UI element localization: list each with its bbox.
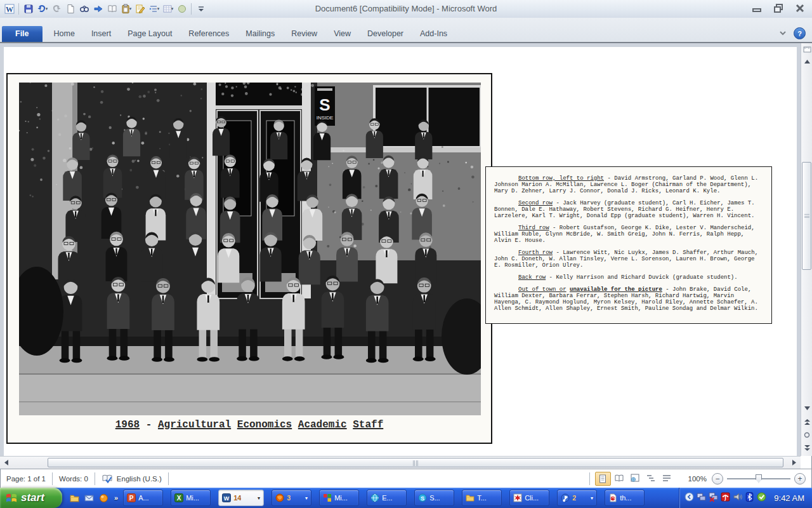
select-browse-object-button[interactable]: [802, 429, 812, 440]
taskbar-button-internet[interactable]: E...: [367, 490, 407, 506]
bluetooth-icon[interactable]: [745, 492, 754, 504]
next-page-button[interactable]: [802, 442, 812, 453]
taskbar-button-clipart[interactable]: Cli...: [509, 490, 549, 506]
photo-caption: 1968 - Agricultural Economics Academic S…: [8, 419, 491, 431]
tab-add-ins[interactable]: Add-Ins: [412, 26, 455, 42]
document-area: S INSIDE 1968 - Agricultural Economics A…: [0, 43, 801, 456]
taskbar-button-media[interactable]: Mi...: [319, 490, 359, 506]
taskbar-button-firefox[interactable]: 3▾: [272, 490, 311, 506]
sign-word: INSIDE: [317, 115, 334, 121]
view-button-web-layout[interactable]: [628, 472, 643, 485]
quick-launch-overflow-chevron[interactable]: »: [114, 494, 118, 502]
svg-text:X: X: [177, 495, 181, 502]
horizontal-scrollbar[interactable]: [0, 456, 801, 469]
clock: 9:42 AM: [774, 493, 804, 503]
svg-text:P: P: [129, 495, 134, 502]
window-title: Document6 [Compatibility Mode] - Microso…: [0, 4, 812, 13]
tab-file[interactable]: File: [2, 26, 43, 42]
update-ok-icon[interactable]: [757, 492, 766, 504]
tab-page-layout[interactable]: Page Layout: [119, 26, 180, 42]
zoom-slider-thumb[interactable]: [756, 474, 762, 483]
taskbar-button-powerpoint[interactable]: PA...: [123, 490, 163, 506]
mail-launch-icon[interactable]: [83, 492, 95, 504]
previous-page-button[interactable]: [802, 417, 812, 427]
group-photo[interactable]: S INSIDE 1968 - Agricultural Economics A…: [6, 73, 492, 444]
row-label: Bottom row, left to right: [518, 175, 604, 182]
name-list-paragraph: Out of town or unavailable for the pictu…: [494, 286, 763, 312]
start-label: start: [21, 491, 44, 504]
svg-text:S: S: [421, 495, 424, 502]
tab-mailings[interactable]: Mailings: [237, 26, 283, 42]
photo-scene: S INSIDE: [19, 83, 481, 415]
language-label: English (U.S.): [117, 475, 162, 483]
spellcheck-status[interactable]: English (U.S.): [95, 474, 168, 484]
svg-text:W: W: [224, 495, 230, 502]
name-list-textbox[interactable]: Bottom row, left to right - David Armstr…: [485, 166, 772, 324]
view-button-outline[interactable]: [644, 472, 658, 485]
taskbar-button-excel[interactable]: XMi...: [171, 490, 211, 506]
taskbar-button-music[interactable]: 2▾: [557, 490, 597, 506]
tab-references[interactable]: References: [180, 26, 237, 42]
row-label: unavailable for the picture: [570, 286, 662, 293]
tab-review[interactable]: Review: [283, 26, 325, 42]
page-indicator[interactable]: Page: 1 of 1: [0, 475, 52, 483]
quick-launch: [62, 492, 114, 504]
help-button[interactable]: ?: [794, 27, 806, 39]
name-list-paragraph: Fourth row - Lawrence Witt, Nic Luykx, J…: [494, 250, 763, 269]
row-label: Second row: [518, 200, 553, 206]
tab-home[interactable]: Home: [46, 26, 83, 42]
row-label: Third row: [518, 225, 549, 231]
ribbon-tab-row: FileHomeInsertPage LayoutReferencesMaili…: [0, 18, 812, 43]
vertical-scrollbar[interactable]: [801, 43, 812, 456]
spellcheck-icon: [102, 474, 113, 484]
scroll-right-arrow[interactable]: [789, 457, 800, 468]
row-label: Back row: [518, 274, 546, 281]
name-list-paragraph: Third row - Robert Gustafson, George K. …: [494, 225, 763, 244]
taskbar: start » PA...XMi...W14▾3▾Mi...E...SS...T…: [0, 488, 812, 508]
row-label: Fourth row: [518, 250, 553, 256]
row-label: Out of town or: [518, 286, 566, 293]
document-page[interactable]: S INSIDE 1968 - Agricultural Economics A…: [4, 47, 797, 456]
zoom-in-button[interactable]: +: [794, 473, 806, 485]
taskbar-button-pdf[interactable]: th...: [605, 490, 645, 506]
taskbar-button-word[interactable]: W14▾: [218, 490, 264, 506]
restore-button[interactable]: [770, 3, 787, 14]
zoom-slider[interactable]: [727, 474, 790, 484]
volume-icon[interactable]: [733, 492, 742, 504]
view-button-full-screen-reading[interactable]: [612, 472, 627, 485]
zoom-out-button[interactable]: −: [712, 473, 723, 485]
scroll-up-arrow[interactable]: [802, 56, 812, 67]
network-icon[interactable]: [697, 492, 706, 504]
minimize-ribbon-icon[interactable]: [778, 30, 787, 37]
tab-insert[interactable]: Insert: [83, 26, 119, 42]
start-button[interactable]: start: [0, 488, 62, 508]
sign-letter: S: [319, 95, 330, 114]
taskbar-button-folder[interactable]: T...: [462, 490, 502, 506]
system-tray: 9:42 AM: [679, 488, 812, 508]
vertical-scroll-thumb[interactable]: [802, 162, 811, 270]
scroll-down-arrow[interactable]: [802, 403, 812, 413]
windows-flag-icon: [5, 492, 18, 504]
hide-chevron-icon[interactable]: [684, 492, 694, 504]
inside-sign: S INSIDE: [315, 86, 335, 126]
tab-developer[interactable]: Developer: [359, 26, 412, 42]
scroll-left-arrow[interactable]: [1, 457, 12, 468]
antivirus-icon[interactable]: [721, 492, 730, 504]
network-disabled-icon[interactable]: [709, 492, 718, 504]
name-list-paragraph: Bottom row, left to right - David Armstr…: [494, 175, 763, 194]
name-list-paragraph: Back row - Kelly Harrison and Richard Du…: [494, 274, 763, 281]
taskbar-button-skype[interactable]: SS...: [414, 490, 454, 506]
view-button-draft[interactable]: [660, 472, 674, 485]
zoom-level[interactable]: 100%: [688, 475, 707, 483]
close-button[interactable]: [792, 3, 808, 14]
word-count[interactable]: Words: 0: [53, 475, 95, 483]
folder-launch-icon[interactable]: [69, 492, 81, 504]
orange-ball-icon[interactable]: [98, 492, 110, 504]
ruler-toggle-button[interactable]: [802, 44, 812, 55]
tab-view[interactable]: View: [325, 26, 359, 42]
minimize-button[interactable]: [749, 3, 765, 14]
horizontal-scroll-thumb[interactable]: [48, 458, 783, 467]
view-button-print-layout[interactable]: [595, 472, 611, 486]
status-bar: Page: 1 of 1 Words: 0 English (U.S.) 100…: [0, 469, 812, 488]
title-bar: W▾▾▾▾ Document6 [Compatibility Mode] - M…: [0, 0, 812, 18]
